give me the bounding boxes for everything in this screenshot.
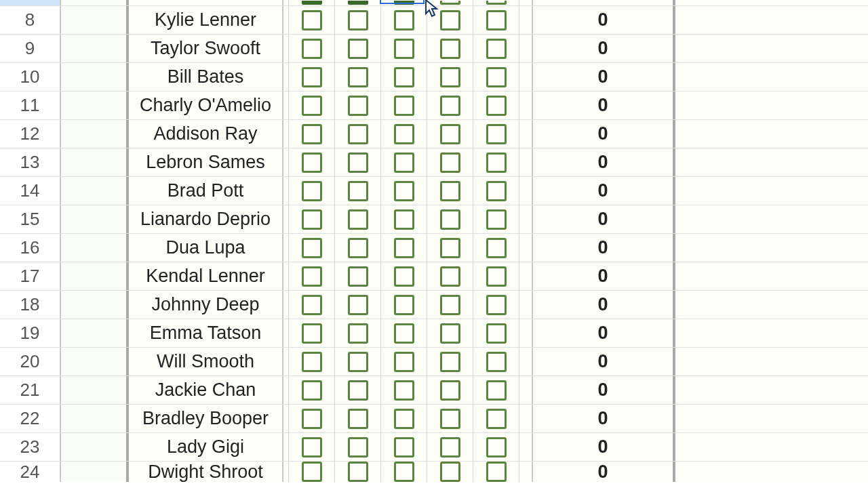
checkbox-icon[interactable] — [302, 323, 322, 344]
name-cell[interactable]: Kylie Lenner — [129, 6, 283, 34]
checkbox-icon[interactable] — [394, 67, 414, 87]
score-cell[interactable]: 0 — [533, 148, 675, 176]
check-cell[interactable] — [473, 205, 519, 233]
empty-cell[interactable] — [675, 262, 868, 290]
empty-cell[interactable] — [675, 348, 868, 375]
check-cell[interactable] — [289, 177, 335, 205]
checkbox-icon[interactable] — [302, 10, 322, 30]
checkbox-icon[interactable] — [486, 238, 507, 258]
check-cell[interactable] — [289, 376, 335, 404]
check-cell[interactable] — [473, 0, 519, 5]
table-row[interactable]: 23Lady Gigi0 — [0, 433, 868, 462]
name-cell[interactable]: Emma Tatson — [129, 319, 283, 347]
check-cell[interactable] — [427, 433, 473, 461]
check-cell[interactable] — [473, 35, 519, 62]
checkbox-icon[interactable] — [348, 409, 368, 429]
check-cell[interactable] — [381, 348, 427, 375]
score-cell[interactable]: 0 — [533, 6, 675, 34]
check-cell[interactable] — [427, 348, 473, 375]
score-cell[interactable]: 0 — [533, 205, 675, 233]
checkbox-icon[interactable] — [440, 437, 460, 458]
row-number[interactable]: 12 — [0, 120, 61, 148]
checkbox-icon[interactable] — [486, 1, 507, 5]
empty-cell[interactable] — [675, 177, 868, 205]
checkbox-icon[interactable] — [440, 409, 460, 429]
check-cell[interactable] — [289, 35, 335, 62]
check-cell[interactable] — [335, 433, 381, 461]
checkbox-icon[interactable] — [302, 152, 322, 173]
checkbox-icon[interactable] — [348, 39, 368, 59]
checkbox-icon[interactable] — [302, 181, 322, 201]
check-cell[interactable] — [473, 148, 519, 176]
checkbox-icon[interactable] — [348, 266, 368, 287]
checkbox-icon[interactable] — [348, 1, 368, 5]
row-number[interactable]: 20 — [0, 348, 61, 375]
check-cell[interactable] — [381, 462, 427, 482]
check-cell[interactable] — [427, 262, 473, 290]
checkbox-icon[interactable] — [394, 295, 414, 315]
table-row[interactable]: 14Brad Pott0 — [0, 177, 868, 205]
check-cell[interactable] — [381, 262, 427, 290]
check-cell[interactable] — [289, 433, 335, 461]
name-cell[interactable]: Lebron Sames — [129, 148, 283, 176]
table-row[interactable]: 13Lebron Sames0 — [0, 148, 868, 177]
empty-cell[interactable] — [675, 35, 868, 62]
checkbox-icon[interactable] — [486, 152, 507, 173]
check-cell[interactable] — [427, 376, 473, 404]
empty-cell[interactable] — [675, 405, 868, 432]
checkbox-icon[interactable] — [348, 437, 368, 458]
checkbox-icon[interactable] — [486, 437, 507, 458]
name-cell[interactable]: Lianardo Deprio — [129, 205, 283, 233]
check-cell[interactable] — [473, 234, 519, 262]
table-row[interactable]: 20Will Smooth0 — [0, 348, 868, 376]
checkbox-icon[interactable] — [348, 295, 368, 315]
checkbox-icon[interactable] — [486, 462, 507, 482]
checkbox-icon[interactable] — [440, 67, 460, 87]
check-cell[interactable] — [289, 405, 335, 432]
empty-cell[interactable] — [675, 462, 868, 482]
table-row[interactable]: 19Emma Tatson0 — [0, 319, 868, 348]
check-cell[interactable] — [335, 262, 381, 290]
name-cell[interactable]: Jackie Chan — [129, 376, 283, 404]
score-cell[interactable] — [533, 0, 675, 5]
checkbox-icon[interactable] — [440, 266, 460, 287]
check-cell[interactable] — [335, 348, 381, 375]
check-cell[interactable] — [381, 376, 427, 404]
checkbox-icon[interactable] — [394, 181, 414, 201]
checkbox-icon[interactable] — [440, 10, 460, 30]
empty-cell[interactable] — [675, 148, 868, 176]
checkbox-icon[interactable] — [302, 462, 322, 482]
checkbox-icon[interactable] — [440, 96, 460, 116]
name-cell[interactable]: Brad Pott — [129, 177, 283, 205]
check-cell[interactable] — [473, 262, 519, 290]
checkbox-icon[interactable] — [302, 352, 322, 372]
checkbox-icon[interactable] — [440, 238, 460, 258]
checkbox-icon[interactable] — [440, 352, 460, 372]
check-cell[interactable] — [473, 291, 519, 319]
check-cell[interactable] — [335, 35, 381, 62]
checkbox-icon[interactable] — [348, 462, 368, 482]
checkbox-icon[interactable] — [302, 295, 322, 315]
score-cell[interactable]: 0 — [533, 177, 675, 205]
table-row[interactable]: 24Dwight Shroot0 — [0, 462, 868, 482]
check-cell[interactable] — [473, 63, 519, 91]
checkbox-icon[interactable] — [486, 96, 507, 116]
check-cell[interactable] — [427, 205, 473, 233]
row-number[interactable]: 10 — [0, 63, 61, 91]
checkbox-icon[interactable] — [394, 1, 414, 5]
check-cell[interactable] — [473, 462, 519, 482]
checkbox-icon[interactable] — [394, 437, 414, 458]
empty-cell[interactable] — [675, 205, 868, 233]
name-cell[interactable]: Bill Bates — [129, 63, 283, 91]
check-cell[interactable] — [381, 433, 427, 461]
check-cell[interactable] — [473, 376, 519, 404]
check-cell[interactable] — [381, 6, 427, 34]
check-cell[interactable] — [427, 63, 473, 91]
check-cell[interactable] — [335, 92, 381, 119]
row-number[interactable]: 15 — [0, 205, 61, 233]
row-number[interactable]: 9 — [0, 35, 61, 62]
checkbox-icon[interactable] — [486, 209, 507, 230]
score-cell[interactable]: 0 — [533, 92, 675, 119]
check-cell[interactable] — [473, 177, 519, 205]
checkbox-icon[interactable] — [486, 295, 507, 315]
